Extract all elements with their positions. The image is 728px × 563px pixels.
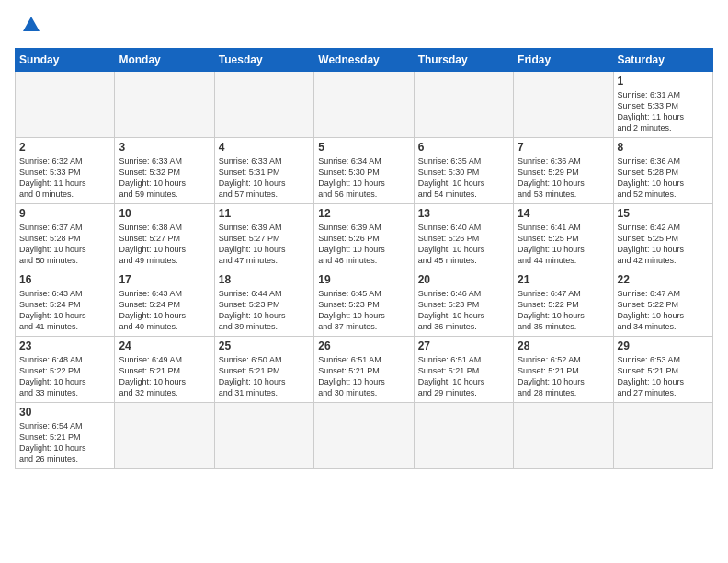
table-row: 24Sunrise: 6:49 AM Sunset: 5:21 PM Dayli… [115,337,214,403]
day-info: Sunrise: 6:51 AM Sunset: 5:21 PM Dayligh… [418,354,509,399]
table-row [613,403,712,469]
th-sunday: Sunday [16,49,115,72]
day-number: 23 [19,339,110,352]
day-info: Sunrise: 6:53 AM Sunset: 5:21 PM Dayligh… [618,354,709,399]
day-info: Sunrise: 6:36 AM Sunset: 5:29 PM Dayligh… [518,155,609,201]
calendar-row: 2Sunrise: 6:32 AM Sunset: 5:33 PM Daylig… [16,138,713,204]
day-info: Sunrise: 6:39 AM Sunset: 5:26 PM Dayligh… [318,222,409,267]
day-info: Sunrise: 6:47 AM Sunset: 5:22 PM Dayligh… [518,288,609,333]
table-row [314,403,414,469]
day-info: Sunrise: 6:52 AM Sunset: 5:21 PM Dayligh… [518,354,609,399]
logo-icon [21,15,41,35]
day-number: 26 [318,339,409,352]
table-row: 20Sunrise: 6:46 AM Sunset: 5:23 PM Dayli… [414,270,513,337]
day-info: Sunrise: 6:51 AM Sunset: 5:21 PM Dayligh… [318,354,409,399]
table-row: 10Sunrise: 6:38 AM Sunset: 5:27 PM Dayli… [115,204,214,270]
table-row [314,72,414,138]
table-row: 17Sunrise: 6:43 AM Sunset: 5:24 PM Dayli… [115,270,214,337]
day-info: Sunrise: 6:54 AM Sunset: 5:21 PM Dayligh… [19,420,110,465]
day-number: 22 [618,273,709,286]
day-info: Sunrise: 6:39 AM Sunset: 5:27 PM Dayligh… [219,222,310,267]
table-row: 26Sunrise: 6:51 AM Sunset: 5:21 PM Dayli… [314,337,414,403]
table-row [414,403,513,469]
th-thursday: Thursday [414,49,513,72]
table-row: 1Sunrise: 6:31 AM Sunset: 5:33 PM Daylig… [613,72,712,138]
table-row [214,403,313,469]
day-number: 7 [518,141,609,154]
day-info: Sunrise: 6:33 AM Sunset: 5:31 PM Dayligh… [219,155,310,201]
table-row: 21Sunrise: 6:47 AM Sunset: 5:22 PM Dayli… [514,270,613,337]
table-row: 11Sunrise: 6:39 AM Sunset: 5:27 PM Dayli… [214,204,313,270]
day-number: 29 [618,339,709,352]
day-info: Sunrise: 6:41 AM Sunset: 5:25 PM Dayligh… [518,222,609,267]
day-info: Sunrise: 6:37 AM Sunset: 5:28 PM Dayligh… [19,222,110,267]
table-row: 2Sunrise: 6:32 AM Sunset: 5:33 PM Daylig… [16,138,115,204]
day-number: 28 [518,339,609,352]
day-info: Sunrise: 6:35 AM Sunset: 5:30 PM Dayligh… [418,155,509,201]
day-number: 24 [119,339,210,352]
day-number: 25 [219,339,310,352]
day-number: 19 [318,273,409,286]
day-info: Sunrise: 6:33 AM Sunset: 5:32 PM Dayligh… [119,155,210,201]
header [15,15,713,39]
svg-marker-0 [23,17,40,31]
day-info: Sunrise: 6:31 AM Sunset: 5:33 PM Dayligh… [618,89,709,134]
day-info: Sunrise: 6:40 AM Sunset: 5:26 PM Dayligh… [418,222,509,267]
table-row: 18Sunrise: 6:44 AM Sunset: 5:23 PM Dayli… [214,270,313,337]
day-number: 17 [119,273,210,286]
day-number: 27 [418,339,509,352]
calendar-row: 9Sunrise: 6:37 AM Sunset: 5:28 PM Daylig… [16,204,713,270]
day-number: 2 [19,141,110,154]
table-row [16,72,115,138]
day-number: 30 [19,406,110,419]
table-row: 4Sunrise: 6:33 AM Sunset: 5:31 PM Daylig… [214,138,313,204]
day-number: 20 [418,273,509,286]
day-number: 10 [119,207,210,220]
logo-area [15,15,41,39]
th-tuesday: Tuesday [214,49,313,72]
calendar-page: Sunday Monday Tuesday Wednesday Thursday… [0,0,728,563]
day-info: Sunrise: 6:48 AM Sunset: 5:22 PM Dayligh… [19,354,110,399]
table-row: 16Sunrise: 6:43 AM Sunset: 5:24 PM Dayli… [16,270,115,337]
day-number: 6 [418,141,509,154]
day-info: Sunrise: 6:50 AM Sunset: 5:21 PM Dayligh… [219,354,310,399]
calendar-row: 23Sunrise: 6:48 AM Sunset: 5:22 PM Dayli… [16,337,713,403]
table-row: 7Sunrise: 6:36 AM Sunset: 5:29 PM Daylig… [514,138,613,204]
day-info: Sunrise: 6:42 AM Sunset: 5:25 PM Dayligh… [618,222,709,267]
calendar-table: Sunday Monday Tuesday Wednesday Thursday… [15,48,713,469]
day-info: Sunrise: 6:36 AM Sunset: 5:28 PM Dayligh… [618,155,709,201]
day-number: 3 [119,141,210,154]
day-number: 18 [219,273,310,286]
day-info: Sunrise: 6:43 AM Sunset: 5:24 PM Dayligh… [119,288,210,333]
th-monday: Monday [115,49,214,72]
calendar-row: 16Sunrise: 6:43 AM Sunset: 5:24 PM Dayli… [16,270,713,337]
day-info: Sunrise: 6:32 AM Sunset: 5:33 PM Dayligh… [19,155,110,201]
table-row: 8Sunrise: 6:36 AM Sunset: 5:28 PM Daylig… [613,138,712,204]
table-row [514,403,613,469]
calendar-row: 1Sunrise: 6:31 AM Sunset: 5:33 PM Daylig… [16,72,713,138]
day-number: 1 [618,75,709,87]
th-wednesday: Wednesday [314,49,414,72]
table-row: 9Sunrise: 6:37 AM Sunset: 5:28 PM Daylig… [16,204,115,270]
table-row: 6Sunrise: 6:35 AM Sunset: 5:30 PM Daylig… [414,138,513,204]
day-number: 13 [418,207,509,220]
table-row: 22Sunrise: 6:47 AM Sunset: 5:22 PM Dayli… [613,270,712,337]
day-number: 8 [618,141,709,154]
table-row [414,72,513,138]
day-number: 15 [618,207,709,220]
day-number: 14 [518,207,609,220]
table-row: 3Sunrise: 6:33 AM Sunset: 5:32 PM Daylig… [115,138,214,204]
table-row: 13Sunrise: 6:40 AM Sunset: 5:26 PM Dayli… [414,204,513,270]
day-number: 4 [219,141,310,154]
day-number: 5 [318,141,409,154]
table-row [514,72,613,138]
day-number: 12 [318,207,409,220]
table-row: 19Sunrise: 6:45 AM Sunset: 5:23 PM Dayli… [314,270,414,337]
logo [15,15,41,39]
table-row: 29Sunrise: 6:53 AM Sunset: 5:21 PM Dayli… [613,337,712,403]
table-row: 14Sunrise: 6:41 AM Sunset: 5:25 PM Dayli… [514,204,613,270]
th-friday: Friday [514,49,613,72]
day-number: 21 [518,273,609,286]
th-saturday: Saturday [613,49,712,72]
table-row [115,72,214,138]
